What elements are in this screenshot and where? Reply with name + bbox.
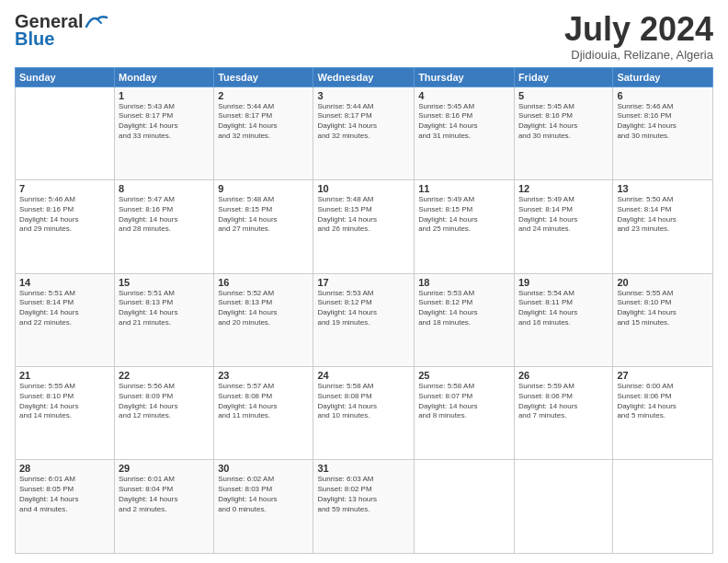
day-number: 17: [317, 277, 410, 288]
calendar-week-5: 28Sunrise: 6:01 AM Sunset: 8:05 PM Dayli…: [16, 460, 713, 554]
calendar-cell: 10Sunrise: 5:48 AM Sunset: 8:15 PM Dayli…: [313, 180, 415, 273]
weekday-header-monday: Monday: [115, 67, 214, 86]
logo-blue: Blue: [15, 29, 54, 50]
day-info: Sunrise: 5:49 AM Sunset: 8:15 PM Dayligh…: [418, 195, 510, 235]
calendar-cell: [514, 460, 612, 554]
day-number: 23: [218, 370, 309, 381]
title-block: July 2024 Djidiouia, Relizane, Algeria: [564, 11, 713, 62]
calendar-week-3: 14Sunrise: 5:51 AM Sunset: 8:14 PM Dayli…: [16, 273, 713, 366]
calendar-cell: 16Sunrise: 5:52 AM Sunset: 8:13 PM Dayli…: [214, 273, 313, 366]
day-info: Sunrise: 5:57 AM Sunset: 8:08 PM Dayligh…: [218, 382, 309, 421]
calendar-cell: 9Sunrise: 5:48 AM Sunset: 8:15 PM Daylig…: [214, 180, 313, 273]
calendar-cell: [415, 460, 515, 554]
calendar-cell: 8Sunrise: 5:47 AM Sunset: 8:16 PM Daylig…: [115, 180, 214, 273]
day-number: 9: [218, 183, 309, 194]
calendar-cell: 5Sunrise: 5:45 AM Sunset: 8:16 PM Daylig…: [514, 86, 612, 179]
calendar-cell: 28Sunrise: 6:01 AM Sunset: 8:05 PM Dayli…: [16, 460, 115, 554]
day-info: Sunrise: 6:01 AM Sunset: 8:05 PM Dayligh…: [19, 475, 110, 514]
calendar-cell: 26Sunrise: 5:59 AM Sunset: 8:06 PM Dayli…: [514, 367, 612, 460]
day-info: Sunrise: 5:59 AM Sunset: 8:06 PM Dayligh…: [518, 382, 609, 421]
day-number: 12: [518, 183, 609, 194]
day-info: Sunrise: 5:49 AM Sunset: 8:14 PM Dayligh…: [518, 195, 609, 235]
calendar-cell: 4Sunrise: 5:45 AM Sunset: 8:16 PM Daylig…: [415, 86, 515, 179]
logo: General Blue: [15, 11, 108, 50]
day-info: Sunrise: 5:45 AM Sunset: 8:16 PM Dayligh…: [518, 102, 609, 142]
day-number: 31: [317, 463, 410, 474]
day-info: Sunrise: 5:51 AM Sunset: 8:13 PM Dayligh…: [119, 289, 210, 328]
day-info: Sunrise: 5:46 AM Sunset: 8:16 PM Dayligh…: [617, 102, 709, 142]
day-number: 15: [119, 277, 210, 288]
logo-bird-icon: [85, 14, 108, 30]
day-info: Sunrise: 5:48 AM Sunset: 8:15 PM Dayligh…: [317, 195, 410, 235]
day-info: Sunrise: 5:54 AM Sunset: 8:11 PM Dayligh…: [518, 289, 609, 328]
day-number: 19: [518, 277, 609, 288]
calendar-cell: 20Sunrise: 5:55 AM Sunset: 8:10 PM Dayli…: [613, 273, 713, 366]
weekday-header-saturday: Saturday: [613, 67, 713, 86]
day-number: 11: [418, 183, 510, 194]
day-number: 18: [418, 277, 510, 288]
day-number: 20: [617, 277, 709, 288]
weekday-header-friday: Friday: [514, 67, 612, 86]
day-number: 10: [317, 183, 410, 194]
calendar-cell: 27Sunrise: 6:00 AM Sunset: 8:06 PM Dayli…: [613, 367, 713, 460]
page-header: General Blue July 2024 Djidiouia, Reliza…: [15, 11, 713, 62]
day-info: Sunrise: 5:51 AM Sunset: 8:14 PM Dayligh…: [19, 289, 110, 328]
day-info: Sunrise: 5:58 AM Sunset: 8:08 PM Dayligh…: [317, 382, 410, 421]
calendar-cell: 30Sunrise: 6:02 AM Sunset: 8:03 PM Dayli…: [214, 460, 313, 554]
calendar-cell: 3Sunrise: 5:44 AM Sunset: 8:17 PM Daylig…: [313, 86, 415, 179]
calendar-cell: 7Sunrise: 5:46 AM Sunset: 8:16 PM Daylig…: [16, 180, 115, 273]
calendar-cell: 21Sunrise: 5:55 AM Sunset: 8:10 PM Dayli…: [16, 367, 115, 460]
day-info: Sunrise: 5:46 AM Sunset: 8:16 PM Dayligh…: [19, 195, 110, 235]
calendar-cell: [613, 460, 713, 554]
calendar-cell: 15Sunrise: 5:51 AM Sunset: 8:13 PM Dayli…: [115, 273, 214, 366]
calendar-cell: 22Sunrise: 5:56 AM Sunset: 8:09 PM Dayli…: [115, 367, 214, 460]
day-info: Sunrise: 5:45 AM Sunset: 8:16 PM Dayligh…: [418, 102, 510, 142]
weekday-header-wednesday: Wednesday: [313, 67, 415, 86]
calendar-header-row: SundayMondayTuesdayWednesdayThursdayFrid…: [16, 67, 713, 86]
calendar-cell: 18Sunrise: 5:53 AM Sunset: 8:12 PM Dayli…: [415, 273, 515, 366]
day-number: 21: [19, 370, 110, 381]
day-number: 6: [617, 90, 709, 101]
day-info: Sunrise: 5:43 AM Sunset: 8:17 PM Dayligh…: [119, 102, 210, 142]
day-number: 5: [518, 90, 609, 101]
weekday-header-tuesday: Tuesday: [214, 67, 313, 86]
day-number: 29: [119, 463, 210, 474]
calendar-cell: 29Sunrise: 6:01 AM Sunset: 8:04 PM Dayli…: [115, 460, 214, 554]
calendar-week-1: 1Sunrise: 5:43 AM Sunset: 8:17 PM Daylig…: [16, 86, 713, 179]
day-number: 7: [19, 183, 110, 194]
calendar-cell: 17Sunrise: 5:53 AM Sunset: 8:12 PM Dayli…: [313, 273, 415, 366]
day-info: Sunrise: 5:53 AM Sunset: 8:12 PM Dayligh…: [317, 289, 410, 328]
day-info: Sunrise: 5:55 AM Sunset: 8:10 PM Dayligh…: [617, 289, 709, 328]
calendar-cell: 13Sunrise: 5:50 AM Sunset: 8:14 PM Dayli…: [613, 180, 713, 273]
calendar-week-4: 21Sunrise: 5:55 AM Sunset: 8:10 PM Dayli…: [16, 367, 713, 460]
calendar-cell: 14Sunrise: 5:51 AM Sunset: 8:14 PM Dayli…: [16, 273, 115, 366]
day-number: 27: [617, 370, 709, 381]
day-info: Sunrise: 6:01 AM Sunset: 8:04 PM Dayligh…: [119, 475, 210, 514]
day-info: Sunrise: 5:48 AM Sunset: 8:15 PM Dayligh…: [218, 195, 309, 235]
calendar-cell: 11Sunrise: 5:49 AM Sunset: 8:15 PM Dayli…: [415, 180, 515, 273]
day-number: 8: [119, 183, 210, 194]
weekday-header-thursday: Thursday: [415, 67, 515, 86]
day-number: 3: [317, 90, 410, 101]
day-info: Sunrise: 6:03 AM Sunset: 8:02 PM Dayligh…: [317, 475, 410, 514]
weekday-header-sunday: Sunday: [16, 67, 115, 86]
day-number: 16: [218, 277, 309, 288]
month-title: July 2024: [564, 11, 713, 48]
day-info: Sunrise: 5:56 AM Sunset: 8:09 PM Dayligh…: [119, 382, 210, 421]
calendar-cell: 12Sunrise: 5:49 AM Sunset: 8:14 PM Dayli…: [514, 180, 612, 273]
calendar-cell: 6Sunrise: 5:46 AM Sunset: 8:16 PM Daylig…: [613, 86, 713, 179]
day-number: 22: [119, 370, 210, 381]
calendar-body: 1Sunrise: 5:43 AM Sunset: 8:17 PM Daylig…: [16, 86, 713, 553]
day-info: Sunrise: 5:52 AM Sunset: 8:13 PM Dayligh…: [218, 289, 309, 328]
day-info: Sunrise: 6:00 AM Sunset: 8:06 PM Dayligh…: [617, 382, 709, 421]
day-number: 30: [218, 463, 309, 474]
calendar-cell: [16, 86, 115, 179]
day-info: Sunrise: 6:02 AM Sunset: 8:03 PM Dayligh…: [218, 475, 309, 514]
day-number: 28: [19, 463, 110, 474]
day-number: 4: [418, 90, 510, 101]
calendar-cell: 2Sunrise: 5:44 AM Sunset: 8:17 PM Daylig…: [214, 86, 313, 179]
day-number: 1: [119, 90, 210, 101]
day-info: Sunrise: 5:47 AM Sunset: 8:16 PM Dayligh…: [119, 195, 210, 235]
day-number: 14: [19, 277, 110, 288]
day-info: Sunrise: 5:53 AM Sunset: 8:12 PM Dayligh…: [418, 289, 510, 328]
